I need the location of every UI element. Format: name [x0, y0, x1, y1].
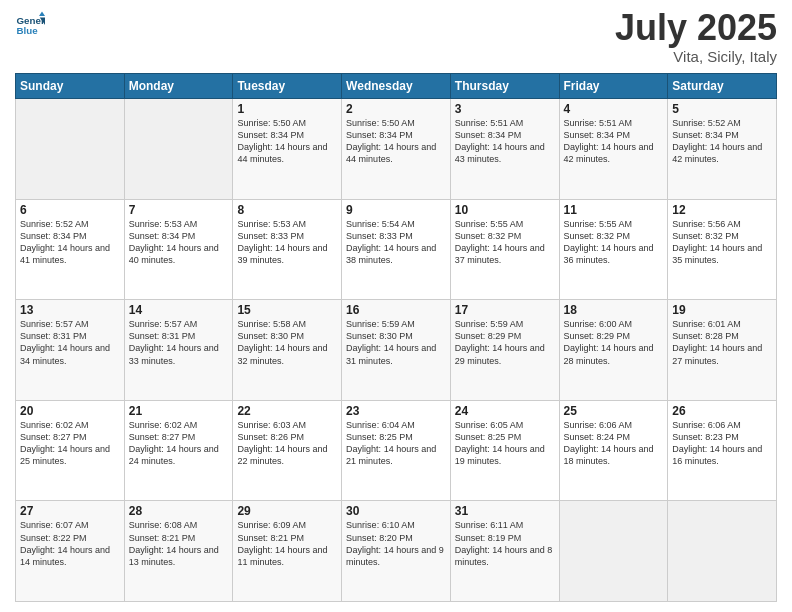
calendar-cell: 15Sunrise: 5:58 AMSunset: 8:30 PMDayligh…: [233, 300, 342, 401]
day-number: 3: [455, 102, 555, 116]
svg-text:Blue: Blue: [17, 25, 39, 36]
cell-info: Sunrise: 5:57 AMSunset: 8:31 PMDaylight:…: [129, 318, 229, 367]
calendar-cell: 24Sunrise: 6:05 AMSunset: 8:25 PMDayligh…: [450, 400, 559, 501]
weekday-header-monday: Monday: [124, 74, 233, 99]
cell-info: Sunrise: 6:07 AMSunset: 8:22 PMDaylight:…: [20, 519, 120, 568]
cell-info: Sunrise: 5:53 AMSunset: 8:34 PMDaylight:…: [129, 218, 229, 267]
calendar-cell: 20Sunrise: 6:02 AMSunset: 8:27 PMDayligh…: [16, 400, 125, 501]
logo-icon: General Blue: [15, 10, 45, 40]
calendar-cell: 7Sunrise: 5:53 AMSunset: 8:34 PMDaylight…: [124, 199, 233, 300]
cell-info: Sunrise: 5:59 AMSunset: 8:29 PMDaylight:…: [455, 318, 555, 367]
day-number: 4: [564, 102, 664, 116]
week-row-4: 20Sunrise: 6:02 AMSunset: 8:27 PMDayligh…: [16, 400, 777, 501]
calendar-cell: 18Sunrise: 6:00 AMSunset: 8:29 PMDayligh…: [559, 300, 668, 401]
day-number: 6: [20, 203, 120, 217]
calendar-cell: 30Sunrise: 6:10 AMSunset: 8:20 PMDayligh…: [342, 501, 451, 602]
day-number: 2: [346, 102, 446, 116]
day-number: 17: [455, 303, 555, 317]
day-number: 10: [455, 203, 555, 217]
weekday-header-tuesday: Tuesday: [233, 74, 342, 99]
day-number: 25: [564, 404, 664, 418]
svg-marker-2: [39, 12, 45, 17]
day-number: 20: [20, 404, 120, 418]
calendar-cell: 6Sunrise: 5:52 AMSunset: 8:34 PMDaylight…: [16, 199, 125, 300]
calendar-cell: 10Sunrise: 5:55 AMSunset: 8:32 PMDayligh…: [450, 199, 559, 300]
header: General Blue July 2025 Vita, Sicily, Ita…: [15, 10, 777, 65]
cell-info: Sunrise: 5:59 AMSunset: 8:30 PMDaylight:…: [346, 318, 446, 367]
cell-info: Sunrise: 5:52 AMSunset: 8:34 PMDaylight:…: [20, 218, 120, 267]
day-number: 8: [237, 203, 337, 217]
calendar-cell: [124, 99, 233, 200]
calendar-cell: 17Sunrise: 5:59 AMSunset: 8:29 PMDayligh…: [450, 300, 559, 401]
cell-info: Sunrise: 5:55 AMSunset: 8:32 PMDaylight:…: [455, 218, 555, 267]
day-number: 1: [237, 102, 337, 116]
calendar-cell: 23Sunrise: 6:04 AMSunset: 8:25 PMDayligh…: [342, 400, 451, 501]
calendar-cell: 8Sunrise: 5:53 AMSunset: 8:33 PMDaylight…: [233, 199, 342, 300]
cell-info: Sunrise: 6:06 AMSunset: 8:24 PMDaylight:…: [564, 419, 664, 468]
title-block: July 2025 Vita, Sicily, Italy: [615, 10, 777, 65]
cell-info: Sunrise: 6:00 AMSunset: 8:29 PMDaylight:…: [564, 318, 664, 367]
day-number: 18: [564, 303, 664, 317]
cell-info: Sunrise: 5:51 AMSunset: 8:34 PMDaylight:…: [564, 117, 664, 166]
weekday-header-wednesday: Wednesday: [342, 74, 451, 99]
svg-text:General: General: [17, 15, 46, 26]
cell-info: Sunrise: 5:50 AMSunset: 8:34 PMDaylight:…: [346, 117, 446, 166]
calendar-cell: 11Sunrise: 5:55 AMSunset: 8:32 PMDayligh…: [559, 199, 668, 300]
day-number: 31: [455, 504, 555, 518]
calendar-cell: 25Sunrise: 6:06 AMSunset: 8:24 PMDayligh…: [559, 400, 668, 501]
day-number: 27: [20, 504, 120, 518]
cell-info: Sunrise: 5:52 AMSunset: 8:34 PMDaylight:…: [672, 117, 772, 166]
cell-info: Sunrise: 6:10 AMSunset: 8:20 PMDaylight:…: [346, 519, 446, 568]
cell-info: Sunrise: 6:05 AMSunset: 8:25 PMDaylight:…: [455, 419, 555, 468]
calendar-cell: 27Sunrise: 6:07 AMSunset: 8:22 PMDayligh…: [16, 501, 125, 602]
calendar-cell: 26Sunrise: 6:06 AMSunset: 8:23 PMDayligh…: [668, 400, 777, 501]
day-number: 29: [237, 504, 337, 518]
cell-info: Sunrise: 6:04 AMSunset: 8:25 PMDaylight:…: [346, 419, 446, 468]
cell-info: Sunrise: 6:02 AMSunset: 8:27 PMDaylight:…: [20, 419, 120, 468]
calendar-cell: 12Sunrise: 5:56 AMSunset: 8:32 PMDayligh…: [668, 199, 777, 300]
day-number: 30: [346, 504, 446, 518]
calendar-cell: 2Sunrise: 5:50 AMSunset: 8:34 PMDaylight…: [342, 99, 451, 200]
calendar-cell: 13Sunrise: 5:57 AMSunset: 8:31 PMDayligh…: [16, 300, 125, 401]
cell-info: Sunrise: 5:51 AMSunset: 8:34 PMDaylight:…: [455, 117, 555, 166]
week-row-2: 6Sunrise: 5:52 AMSunset: 8:34 PMDaylight…: [16, 199, 777, 300]
day-number: 23: [346, 404, 446, 418]
calendar-cell: 1Sunrise: 5:50 AMSunset: 8:34 PMDaylight…: [233, 99, 342, 200]
day-number: 7: [129, 203, 229, 217]
calendar-cell: 31Sunrise: 6:11 AMSunset: 8:19 PMDayligh…: [450, 501, 559, 602]
weekday-header-row: SundayMondayTuesdayWednesdayThursdayFrid…: [16, 74, 777, 99]
cell-info: Sunrise: 6:08 AMSunset: 8:21 PMDaylight:…: [129, 519, 229, 568]
day-number: 24: [455, 404, 555, 418]
calendar-cell: 22Sunrise: 6:03 AMSunset: 8:26 PMDayligh…: [233, 400, 342, 501]
cell-info: Sunrise: 5:58 AMSunset: 8:30 PMDaylight:…: [237, 318, 337, 367]
calendar-cell: [559, 501, 668, 602]
calendar-cell: 4Sunrise: 5:51 AMSunset: 8:34 PMDaylight…: [559, 99, 668, 200]
cell-info: Sunrise: 6:01 AMSunset: 8:28 PMDaylight:…: [672, 318, 772, 367]
day-number: 14: [129, 303, 229, 317]
calendar-cell: 3Sunrise: 5:51 AMSunset: 8:34 PMDaylight…: [450, 99, 559, 200]
cell-info: Sunrise: 6:03 AMSunset: 8:26 PMDaylight:…: [237, 419, 337, 468]
day-number: 13: [20, 303, 120, 317]
day-number: 9: [346, 203, 446, 217]
cell-info: Sunrise: 5:54 AMSunset: 8:33 PMDaylight:…: [346, 218, 446, 267]
day-number: 26: [672, 404, 772, 418]
day-number: 21: [129, 404, 229, 418]
calendar-cell: [668, 501, 777, 602]
cell-info: Sunrise: 5:56 AMSunset: 8:32 PMDaylight:…: [672, 218, 772, 267]
location-title: Vita, Sicily, Italy: [615, 48, 777, 65]
cell-info: Sunrise: 6:02 AMSunset: 8:27 PMDaylight:…: [129, 419, 229, 468]
month-title: July 2025: [615, 10, 777, 46]
calendar-cell: 21Sunrise: 6:02 AMSunset: 8:27 PMDayligh…: [124, 400, 233, 501]
day-number: 11: [564, 203, 664, 217]
weekday-header-thursday: Thursday: [450, 74, 559, 99]
day-number: 15: [237, 303, 337, 317]
weekday-header-saturday: Saturday: [668, 74, 777, 99]
weekday-header-sunday: Sunday: [16, 74, 125, 99]
day-number: 19: [672, 303, 772, 317]
cell-info: Sunrise: 6:09 AMSunset: 8:21 PMDaylight:…: [237, 519, 337, 568]
calendar-cell: 14Sunrise: 5:57 AMSunset: 8:31 PMDayligh…: [124, 300, 233, 401]
calendar-table: SundayMondayTuesdayWednesdayThursdayFrid…: [15, 73, 777, 602]
cell-info: Sunrise: 5:53 AMSunset: 8:33 PMDaylight:…: [237, 218, 337, 267]
day-number: 16: [346, 303, 446, 317]
calendar-cell: 19Sunrise: 6:01 AMSunset: 8:28 PMDayligh…: [668, 300, 777, 401]
